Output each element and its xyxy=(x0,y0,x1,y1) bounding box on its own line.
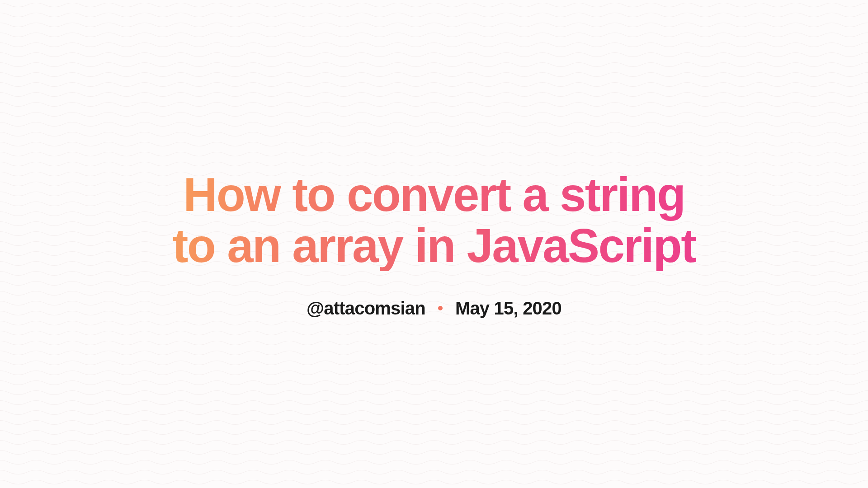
content-container: How to convert a string to an array in J… xyxy=(0,0,868,488)
author-handle: @attacomsian xyxy=(307,298,425,319)
dot-separator-icon xyxy=(438,306,443,310)
article-date: May 15, 2020 xyxy=(455,298,561,319)
article-title: How to convert a string to an array in J… xyxy=(163,169,705,271)
article-meta-row: @attacomsian May 15, 2020 xyxy=(307,298,561,319)
